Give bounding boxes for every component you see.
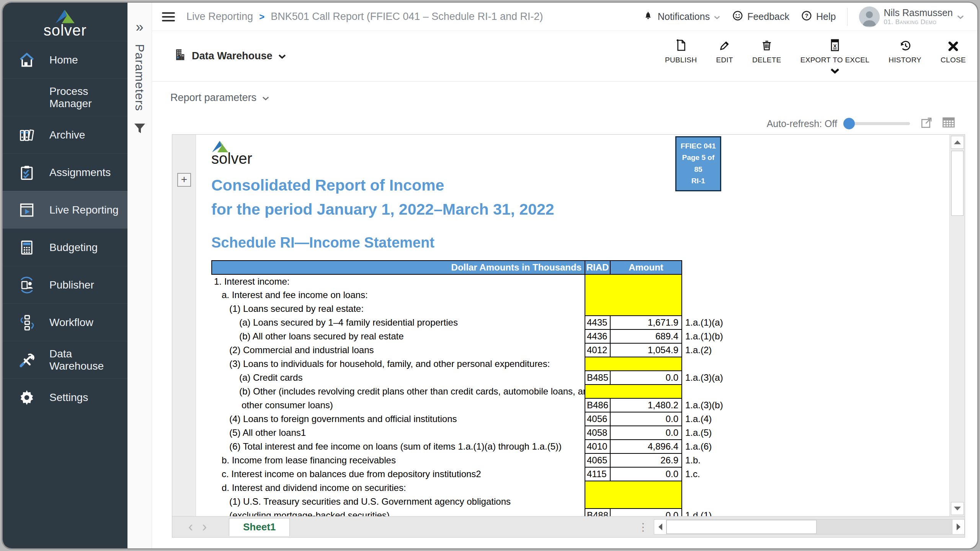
sheet-tab[interactable]: Sheet1 <box>229 518 290 536</box>
edit-button[interactable]: EDIT <box>716 37 733 64</box>
report-parameters-toggle[interactable]: Report parameters <box>152 82 977 114</box>
scroll-up-button[interactable] <box>951 136 964 149</box>
auto-refresh-slider[interactable] <box>845 122 910 125</box>
user-name: Nils Rasmussen <box>884 7 953 18</box>
notifications-button[interactable]: Notifications <box>642 10 720 24</box>
sidebar-nav: HomeProcess ManagerArchiveAssignmentsLiv… <box>3 41 127 548</box>
riad-code-cell: 4065 <box>585 453 610 467</box>
bell-icon <box>642 10 654 24</box>
vertical-scrollbar[interactable] <box>949 135 965 516</box>
edit-icon <box>718 37 732 53</box>
sidebar-item-label: Home <box>49 54 78 66</box>
export-to-excel-button[interactable]: XEXPORT TO EXCEL <box>800 37 870 75</box>
table-row: (a) Loans secured by 1–4 family resident… <box>212 316 766 329</box>
notifications-label: Notifications <box>658 11 710 22</box>
amount-cell[interactable]: 689.4 <box>610 329 682 343</box>
delete-button[interactable]: DELETE <box>752 37 781 64</box>
amount-cell[interactable]: 0.0 <box>610 412 682 426</box>
smiley-icon <box>732 10 743 24</box>
row-description: (excluding mortgage-backed securities) <box>212 509 585 516</box>
schedule-title: Schedule RI—Income Statement <box>211 235 949 251</box>
line-reference: 1.a.(3)(b) <box>682 398 766 412</box>
menu-icon[interactable] <box>162 12 175 21</box>
row-description: (6) Total interest and fee income on loa… <box>212 440 585 453</box>
highlighted-input-cell[interactable] <box>585 481 682 509</box>
sidebar-item-data-warehouse[interactable]: Data Warehouse <box>3 341 127 378</box>
popout-icon[interactable] <box>920 116 934 132</box>
parameters-panel-collapsed[interactable]: »Parameters <box>127 3 152 548</box>
table-view-icon[interactable] <box>941 116 956 131</box>
help-button[interactable]: ? Help <box>801 10 836 24</box>
row-description: (2) Commercial and industrial loans <box>212 343 585 357</box>
sidebar-item-home[interactable]: Home <box>3 41 127 78</box>
expand-outline-button[interactable]: + <box>177 173 191 187</box>
table-row: (b) Other (includes revolving credit pla… <box>212 385 766 398</box>
delete-icon <box>760 37 773 53</box>
expand-panel-icon[interactable]: » <box>136 20 143 34</box>
sidebar-item-workflow[interactable]: Workflow <box>3 303 127 341</box>
horizontal-scrollbar[interactable] <box>654 519 965 535</box>
row-description: d. Interest and dividend income on secur… <box>212 481 585 495</box>
sidebar-item-process-manager[interactable]: Process Manager <box>3 78 127 116</box>
highlighted-input-cell[interactable] <box>585 274 682 316</box>
top-bar: Live Reporting > BNK501 Call Report (FFI… <box>152 3 977 31</box>
amount-cell[interactable]: 0.0 <box>610 426 682 440</box>
table-row: (4) Loans to foreign governments and off… <box>212 412 766 426</box>
history-button[interactable]: HISTORY <box>889 37 921 64</box>
user-menu[interactable]: Nils Rasmussen 01. Banking Demo <box>859 7 964 27</box>
sidebar-item-settings[interactable]: Settings <box>3 378 127 416</box>
sidebar-item-live-reporting[interactable]: Live Reporting <box>3 191 127 228</box>
splitter-handle-icon[interactable]: ⋮ <box>632 521 654 533</box>
sheet-prev-icon[interactable]: ‹ <box>184 520 198 534</box>
amount-cell[interactable]: 1,671.9 <box>610 316 682 329</box>
sidebar-item-budgeting[interactable]: Budgeting <box>3 228 127 266</box>
highlighted-input-cell[interactable] <box>585 357 682 371</box>
close-button[interactable]: CLOSE <box>941 37 966 64</box>
scroll-down-button[interactable] <box>951 502 964 515</box>
publish-button[interactable]: PUBLISH <box>665 37 697 64</box>
data-source-dropdown[interactable]: Data Warehouse <box>173 48 286 64</box>
main-column: Live Reporting > BNK501 Call Report (FFI… <box>152 3 977 548</box>
row-description: c. Interest income on balances due from … <box>212 467 585 481</box>
row-description: (a) Credit cards <box>212 371 585 385</box>
building-icon <box>173 48 186 64</box>
sidebar-item-assignments[interactable]: Assignments <box>3 153 127 191</box>
amount-cell[interactable]: 1,480.2 <box>610 398 682 412</box>
riad-code-cell: 4115 <box>585 467 610 481</box>
feedback-button[interactable]: Feedback <box>732 10 789 24</box>
amount-cell[interactable]: 0.0 <box>610 509 682 516</box>
highlighted-input-cell[interactable] <box>585 385 682 398</box>
scroll-left-button[interactable] <box>654 520 666 534</box>
scroll-right-button[interactable] <box>952 520 964 534</box>
line-reference: 1.a.(4) <box>682 412 766 426</box>
amount-cell[interactable]: 0.0 <box>610 371 682 385</box>
row-description: (4) Loans to foreign governments and off… <box>212 412 585 426</box>
history-icon <box>898 37 912 53</box>
line-reference: 1.a.(3)(a) <box>682 371 766 385</box>
toolbar-button-label: EXPORT TO EXCEL <box>800 56 870 64</box>
slider-knob[interactable] <box>843 118 855 129</box>
toolbar-buttons: PUBLISHEDITDELETEXEXPORT TO EXCELHISTORY… <box>665 37 966 75</box>
table-row: (1) U.S. Treasury securities and U.S. Go… <box>212 495 766 509</box>
row-description: (1) Loans secured by real estate: <box>212 302 585 316</box>
row-description: b. Income from lease financing receivabl… <box>212 453 585 467</box>
horizontal-scroll-thumb[interactable] <box>666 520 817 534</box>
toolbar-button-label: PUBLISH <box>665 56 697 64</box>
filter-icon[interactable] <box>133 122 146 136</box>
vertical-scroll-thumb[interactable] <box>951 151 964 216</box>
sheet-next-icon[interactable]: › <box>198 520 211 534</box>
sidebar-item-archive[interactable]: Archive <box>3 116 127 153</box>
amount-cell[interactable]: 1,054.9 <box>610 343 682 357</box>
report-page: solver FFIEC 041 Page 5 of 85 RI-1 Conso… <box>196 135 949 516</box>
toolbar-button-label: CLOSE <box>941 56 966 64</box>
line-reference <box>682 481 766 495</box>
amount-cell[interactable]: 0.0 <box>610 467 682 481</box>
sidebar-item-label: Process Manager <box>49 85 127 110</box>
sidebar-item-publisher[interactable]: Publisher <box>3 266 127 303</box>
breadcrumb-section[interactable]: Live Reporting <box>186 11 253 23</box>
toolbar-button-label: HISTORY <box>889 56 921 64</box>
amount-cell[interactable]: 4,896.4 <box>610 440 682 453</box>
row-description: (b) All other loans secured by real esta… <box>212 329 585 343</box>
riad-code-cell: 4010 <box>585 440 610 453</box>
amount-cell[interactable]: 26.9 <box>610 453 682 467</box>
